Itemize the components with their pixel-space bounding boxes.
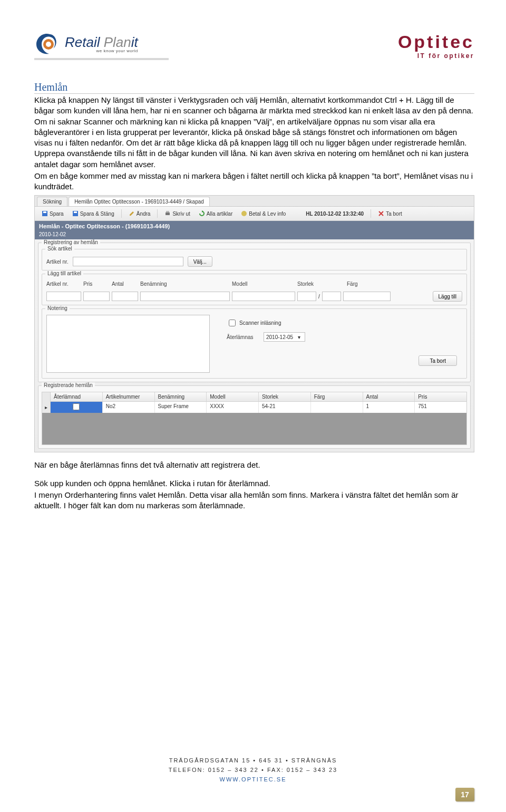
td-artnr[interactable]: No2 (103, 402, 155, 413)
logo-tagline: we know your world (65, 49, 138, 53)
td-modell[interactable]: XXXX (207, 402, 259, 413)
col-pris: Pris (83, 281, 92, 287)
page-footer: TRÄDGÅRDSGATAN 15 • 645 31 • STRÄNGNÄS T… (0, 754, 506, 786)
brand-name: Optitec (398, 32, 474, 52)
aterlamnas-picker[interactable]: 2010-12-05 ▾ (264, 332, 305, 342)
th-antal[interactable]: Antal (363, 392, 415, 401)
group-lagg-label: Lägg till artikel (45, 270, 83, 276)
toolbar-betal[interactable]: Betal & Lev info (237, 209, 289, 218)
aterlamnas-value: 2010-12-05 (266, 334, 293, 340)
col-antal: Antal (112, 281, 124, 287)
th-aterlamnad[interactable]: Återlämnad (51, 392, 103, 401)
inp-benamning[interactable] (140, 292, 230, 301)
inp-artnr[interactable] (46, 292, 81, 301)
notering-textarea[interactable] (46, 315, 210, 373)
page-header: Retail Planit we know your world Optitec… (34, 32, 474, 60)
col-benamning: Benämning (140, 281, 167, 287)
th-pris[interactable]: Pris (415, 392, 466, 401)
toolbar-betal-label: Betal & Lev info (249, 211, 286, 217)
lagg-till-button[interactable]: Lägg till (433, 291, 462, 302)
scanner-checkbox-input[interactable] (229, 320, 236, 326)
td-aterlamnad[interactable] (51, 402, 103, 413)
app-titlebar: Hemlån - Optitec Optitecsson - (19691013… (35, 221, 474, 231)
th-benamning[interactable]: Benämning (155, 392, 207, 401)
page-number: 17 (455, 788, 474, 801)
toolbar-sep-2 (157, 209, 158, 218)
toolbar-andra[interactable]: Ändra (125, 209, 154, 218)
toolbar-spara-stang[interactable]: Spara & Stäng (69, 209, 118, 218)
scanner-checkbox[interactable]: Scanner inläsning (227, 318, 462, 328)
group-registrering: Registrering av hemlån Sök artikel Artik… (38, 243, 471, 382)
refresh-icon (199, 210, 205, 217)
group-registrerade-label: Registrerade hemlån (42, 382, 95, 388)
aterlamnas-label: Återlämnas (227, 334, 264, 340)
header-rule (34, 58, 169, 60)
brand-subtitle: IT för optiker (398, 52, 474, 60)
inp-pris[interactable] (83, 292, 110, 301)
svg-rect-5 (74, 211, 77, 213)
svg-point-1 (46, 42, 51, 47)
edit-icon (129, 210, 135, 217)
scanner-checkbox-label: Scanner inläsning (239, 320, 281, 326)
aterlamnad-checkbox[interactable] (73, 403, 80, 410)
toolbar-spara-stang-label: Spara & Stäng (80, 211, 114, 217)
body-paragraph-3: När en båge återlämnas finns det två alt… (34, 460, 474, 470)
logo-brand-part3: it (131, 34, 138, 50)
td-benamning[interactable]: Super Frame (155, 402, 207, 413)
tab-sokning[interactable]: Sökning (37, 197, 67, 206)
toolbar-spara[interactable]: Spara (38, 209, 67, 218)
toolbar-ta-bort[interactable]: Ta bort (374, 209, 406, 218)
logo-swirl-icon (34, 32, 60, 57)
svg-point-8 (241, 211, 247, 216)
inp-storlek-b[interactable] (322, 292, 341, 301)
brand-right: Optitec IT för optiker (398, 32, 474, 60)
inp-storlek-a[interactable] (297, 292, 316, 301)
td-storlek[interactable]: 54-21 (259, 402, 311, 413)
svg-rect-7 (166, 211, 169, 212)
toolbar-andra-label: Ändra (137, 211, 151, 217)
ta-bort-button[interactable]: Ta bort (419, 355, 457, 366)
toolbar-sep-1 (121, 209, 122, 218)
body-paragraph-2: Om en båge kommer med av misstag kan ni … (34, 171, 474, 192)
th-modell[interactable]: Modell (207, 392, 259, 401)
storlek-slash: / (318, 294, 320, 299)
group-notering: Notering Scanner inläsning Återlämnas (42, 308, 467, 379)
row-marker: ▸ (42, 402, 51, 413)
save-icon (42, 210, 48, 217)
group-lagg-till: Lägg till artikel Artikel nr. Pris Antal… (42, 274, 467, 305)
logo-brand-part1: Retail (65, 34, 100, 50)
valj-button[interactable]: Välj... (188, 256, 212, 267)
logo-brand: Retail Planit (65, 35, 138, 49)
td-pris[interactable]: 751 (415, 402, 466, 413)
toolbar-alla-artiklar[interactable]: Alla artiklar (195, 209, 236, 218)
toolbar-alla-artiklar-label: Alla artiklar (207, 211, 232, 217)
footer-address: TRÄDGÅRDSGATAN 15 • 645 31 • STRÄNGNÄS (0, 757, 506, 763)
td-antal[interactable]: 1 (363, 402, 415, 413)
toolbar-hl: HL 2010-12-02 13:32:40 (302, 209, 367, 218)
app-datebar: 2010-12-02 (35, 231, 474, 239)
group-notering-label: Notering (45, 305, 70, 311)
toolbar-skriv-ut[interactable]: Skriv ut (161, 209, 193, 218)
artnr-input[interactable] (73, 257, 183, 266)
body-paragraph-4: Sök upp kunden och öppna hemlånet. Klick… (34, 478, 474, 489)
group-sok-label: Sök artikel (45, 246, 74, 252)
inp-antal[interactable] (112, 292, 138, 301)
print-icon (164, 210, 171, 217)
col-farg: Färg (347, 281, 358, 287)
col-storlek: Storlek (297, 281, 314, 287)
logo-brand-part2: Plan (100, 34, 131, 50)
inp-modell[interactable] (232, 292, 295, 301)
th-artnr[interactable]: Artikelnummer (103, 392, 155, 401)
table-row[interactable]: ▸ No2 Super Frame XXXX 54-21 1 751 (42, 402, 466, 413)
artnr-label: Artikel nr. (46, 259, 69, 265)
tab-hemlan[interactable]: Hemlån Optitec Optitecsson - 19691013-44… (69, 197, 210, 206)
th-farg[interactable]: Färg (311, 392, 363, 401)
svg-rect-6 (166, 212, 170, 215)
inp-farg[interactable] (343, 292, 391, 301)
body-paragraph-1: Klicka på knappen Ny längst till vänster… (34, 95, 474, 170)
delete-icon (378, 210, 384, 217)
th-storlek[interactable]: Storlek (259, 392, 311, 401)
toolbar-spara-label: Spara (50, 211, 64, 217)
footer-url[interactable]: WWW.OPTITEC.SE (220, 776, 287, 782)
td-farg[interactable] (311, 402, 363, 413)
